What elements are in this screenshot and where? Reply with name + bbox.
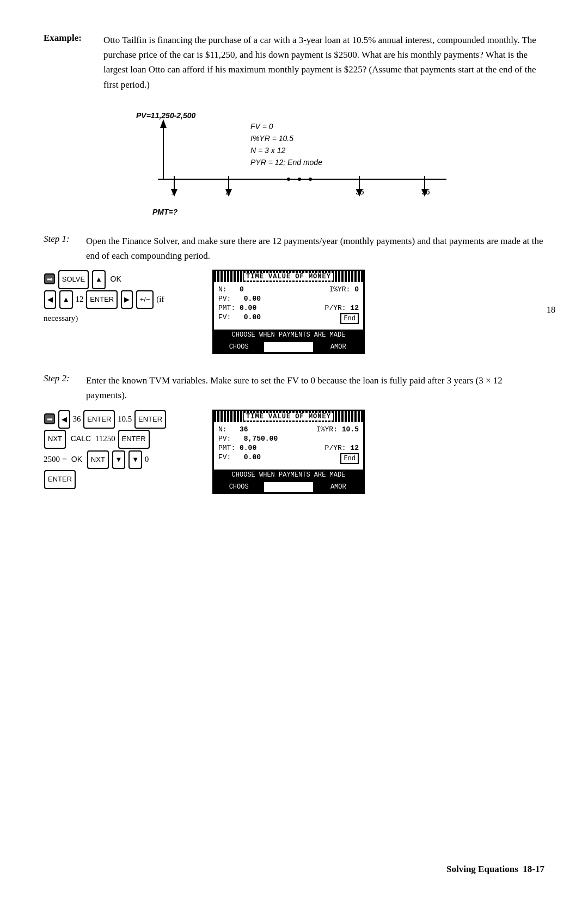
pyr-label2: P/YR: 12: [325, 444, 359, 452]
end-label: End: [340, 313, 359, 324]
fv-label: FV: 0.00: [218, 313, 261, 324]
step1-keyline1: ➡ SOLVE ▲ OK: [44, 270, 196, 290]
calc-row-n2: N: 36 I%YR: 10.5: [218, 425, 359, 434]
step2-keyline2: NXT CALC 11250 ENTER: [44, 429, 196, 449]
right-arrow-key: ▶: [121, 290, 133, 309]
calc-softkey-row-step2: CHOOS AMOR: [214, 480, 363, 492]
solve-key: SOLVE: [58, 270, 89, 289]
pmt-label2: PMT: 0.00: [218, 444, 256, 452]
plusminus-key: +/−: [136, 290, 154, 309]
nxt-key2: NXT: [87, 450, 109, 470]
left-arrow-key: ◀: [44, 290, 56, 309]
calc-bottom-step1: CHOOSE WHEN PAYMENTS ARE MADE: [214, 330, 363, 340]
svg-text:FV = 0: FV = 0: [250, 122, 273, 131]
pyr-label: P/YR: 12: [325, 304, 359, 312]
left-arrow-key2: ◀: [58, 410, 70, 429]
footer: Solving Equations 18-17: [446, 864, 544, 875]
fv-label2: FV: 0.00: [218, 453, 261, 464]
calc-row-pmt: PMT: 0.00 P/YR: 12: [218, 304, 359, 312]
svg-marker-1: [160, 119, 167, 128]
up-arrow-key2: ▲: [59, 290, 73, 309]
iyr-label2: I%YR: 10.5: [316, 425, 359, 434]
down-arrow-key2: ▼: [128, 450, 142, 470]
step2-section: Step 2: Enter the known TVM variables. M…: [44, 373, 544, 493]
softkey-choos-step1[interactable]: CHOOS: [214, 342, 264, 352]
step2-screen: TIME VALUE OF MONEY N: 36 I%YR: 10.5 PV:…: [212, 410, 544, 494]
calc-row-fv: FV: 0.00 End: [218, 313, 359, 324]
right-shift-icon2: ➡: [44, 413, 55, 424]
iyr-label: I%YR: 0: [329, 285, 359, 294]
enter-key5: ENTER: [44, 470, 76, 489]
calc-row-pv: PV: 0.00: [218, 295, 359, 303]
step2-keyline3: 2500 − OK NXT ▼ ▼ 0: [44, 449, 196, 470]
pv-label2: PV: 8,750.00: [218, 435, 278, 443]
example-section: Example: Otto Tailfin is financing the p…: [44, 33, 544, 92]
page-number: 18: [547, 305, 555, 315]
n-label: N: 0: [218, 285, 244, 294]
calc-row-n: N: 0 I%YR: 0: [218, 285, 359, 294]
step1-keyline3: necessary): [44, 309, 196, 327]
pv-label: PV: 0.00: [218, 295, 261, 303]
enter-key4: ENTER: [118, 430, 150, 449]
svg-text:N = 3 x 12: N = 3 x 12: [250, 146, 285, 155]
nxt-key: NXT: [44, 430, 66, 449]
svg-point-17: [298, 178, 301, 181]
calc-body-step2: N: 36 I%YR: 10.5 PV: 8,750.00 PMT: 0.00 …: [214, 422, 363, 467]
example-text: Otto Tailfin is financing the purchase o…: [103, 33, 544, 92]
step2-label: Step 2:: [44, 373, 82, 403]
ok-text: OK: [111, 275, 121, 283]
step1-section: Step 1: Open the Finance Solver, and mak…: [44, 234, 544, 354]
n-label2: N: 36: [218, 425, 248, 434]
svg-text:PYR = 12; End mode: PYR = 12; End mode: [250, 158, 322, 167]
svg-text:PV=11,250-2,500: PV=11,250-2,500: [136, 111, 196, 120]
softkey-amor-step1[interactable]: AMOR: [314, 342, 363, 352]
step2-keyline4: ENTER: [44, 470, 196, 490]
calc-body-step1: N: 0 I%YR: 0 PV: 0.00 PMT: 0.00 P/YR: 12…: [214, 282, 363, 327]
calc-title-step1: TIME VALUE OF MONEY: [214, 271, 363, 282]
softkey-amor-step2[interactable]: AMOR: [314, 482, 363, 492]
calc-row-fv2: FV: 0.00 End: [218, 453, 359, 464]
step1-text: Open the Finance Solver, and make sure t…: [86, 234, 544, 263]
calc-softkey-row-step1: CHOOS AMOR: [214, 340, 363, 352]
step1-screen: TIME VALUE OF MONEY N: 0 I%YR: 0 PV: 0.0…: [212, 270, 544, 354]
ok-text2: OK: [71, 455, 82, 464]
enter-key: ENTER: [86, 290, 118, 309]
calc-screen-step1: TIME VALUE OF MONEY N: 0 I%YR: 0 PV: 0.0…: [212, 270, 365, 354]
enter-key2: ENTER: [83, 410, 115, 429]
svg-point-18: [309, 178, 312, 181]
enter-key3: ENTER: [134, 410, 166, 429]
end-label2: End: [340, 453, 359, 464]
timeline-diagram: PV=11,250-2,500 FV = 0 I%YR = 10.5 N = 3…: [131, 108, 457, 217]
step1-keys: ➡ SOLVE ▲ OK ◀ ▲ 12 ENTER ▶ +/− (if nece…: [44, 270, 196, 327]
diagram-container: PV=11,250-2,500 FV = 0 I%YR = 10.5 N = 3…: [44, 108, 544, 217]
right-shift-icon: ➡: [44, 273, 55, 284]
step1-content: ➡ SOLVE ▲ OK ◀ ▲ 12 ENTER ▶ +/− (if nece…: [44, 270, 544, 354]
example-label: Example:: [44, 33, 103, 92]
step2-keyline1: ➡ ◀ 36 ENTER 10.5 ENTER: [44, 410, 196, 430]
calc-row-pv2: PV: 8,750.00: [218, 435, 359, 443]
svg-text:PMT=?: PMT=?: [152, 208, 178, 216]
softkey-spacer: [264, 342, 313, 352]
calc-text: CALC: [71, 434, 91, 443]
calc-row-pmt2: PMT: 0.00 P/YR: 12: [218, 444, 359, 452]
softkey-spacer2: [264, 482, 313, 492]
svg-text:I%YR = 10.5: I%YR = 10.5: [250, 134, 293, 143]
svg-point-16: [287, 178, 290, 181]
calc-title-step2: TIME VALUE OF MONEY: [214, 411, 363, 422]
calc-screen-step2: TIME VALUE OF MONEY N: 36 I%YR: 10.5 PV:…: [212, 410, 365, 494]
step2-content: ➡ ◀ 36 ENTER 10.5 ENTER NXT CALC 11250 E…: [44, 410, 544, 494]
step2-text: Enter the known TVM variables. Make sure…: [86, 373, 544, 403]
pmt-label: PMT: 0.00: [218, 304, 256, 312]
step2-keys: ➡ ◀ 36 ENTER 10.5 ENTER NXT CALC 11250 E…: [44, 410, 196, 490]
calc-bottom-step2: CHOOSE WHEN PAYMENTS ARE MADE: [214, 470, 363, 480]
footer-text: Solving Equations 18-17: [446, 864, 544, 874]
down-arrow-key: ▼: [112, 450, 126, 470]
step1-label: Step 1:: [44, 234, 82, 263]
minus-sign: −: [62, 454, 67, 464]
softkey-choos-step2[interactable]: CHOOS: [214, 482, 264, 492]
step1-keyline2: ◀ ▲ 12 ENTER ▶ +/− (if: [44, 290, 196, 310]
up-arrow-key: ▲: [92, 270, 106, 289]
